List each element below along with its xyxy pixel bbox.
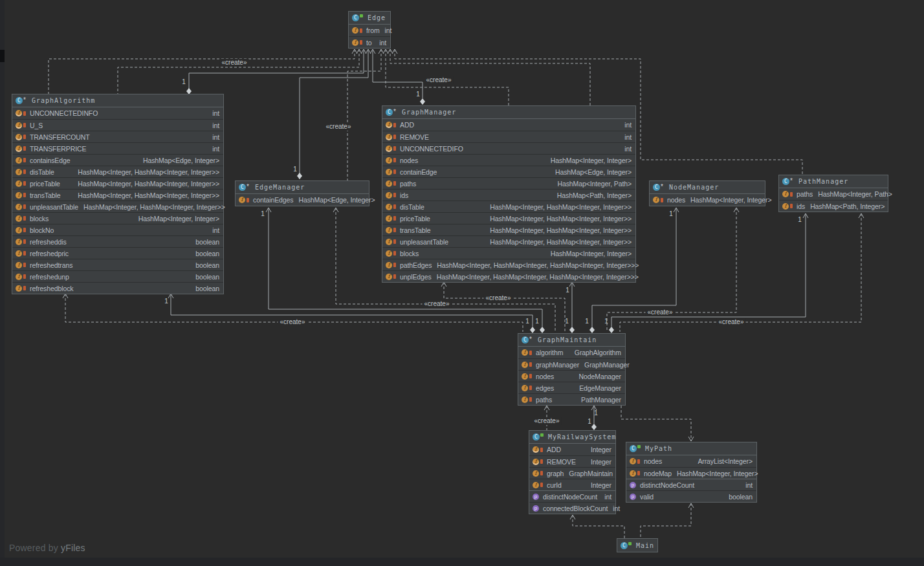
class-PathManager[interactable]: PathManager paths HashMap<Integer, Path>…	[778, 175, 888, 212]
field-row[interactable]: containsEdge HashMap<Edge, Integer>	[12, 154, 223, 166]
field-row[interactable]: blocks HashMap<Integer, Integer>	[12, 212, 223, 224]
field-row[interactable]: algorithm GraphAlgorithm	[518, 347, 625, 358]
field-row[interactable]: paths HashMap<Integer, Path>	[779, 188, 888, 200]
field-row[interactable]: from int	[349, 25, 390, 36]
field-row[interactable]: paths PathManager	[518, 393, 625, 405]
field-row[interactable]: refreshedunp boolean	[12, 270, 223, 282]
field-row[interactable]: paths HashMap<Integer, Path>	[382, 177, 635, 189]
class-GraphManager[interactable]: GraphManager ADD int REMOVE int UNCONNEC…	[382, 105, 636, 283]
field-row[interactable]: unplEdges HashMap<Integer, HashMap<Integ…	[382, 270, 635, 282]
field-row[interactable]: REMOVE int	[382, 131, 635, 142]
class-header[interactable]: GraphMaintain	[518, 334, 625, 347]
field-row[interactable]: refreshedblock boolean	[12, 282, 223, 294]
field-icon	[16, 239, 26, 245]
field-row[interactable]: blocks HashMap<Integer, Integer>	[382, 247, 635, 259]
class-icon	[352, 14, 363, 21]
field-row[interactable]: curId Integer	[529, 479, 615, 490]
visibility-marker-icon	[790, 192, 793, 197]
field-icon	[782, 191, 793, 197]
visibility-marker-icon	[23, 204, 26, 209]
field-icon	[653, 197, 663, 203]
field-row[interactable]: ids HashMap<Path, Integer>	[382, 189, 635, 201]
uml-diagram-canvas: Powered by yFiles Edge from int to int G…	[0, 0, 924, 566]
field-name: disTable	[30, 168, 54, 176]
field-row[interactable]: ADD Integer	[529, 444, 615, 455]
field-row[interactable]: disTable HashMap<Integer, HashMap<Intege…	[12, 166, 223, 177]
field-row[interactable]: refreshedpric boolean	[12, 247, 223, 259]
field-row[interactable]: nodes NodeManager	[518, 370, 625, 382]
field-row[interactable]: to int	[349, 36, 390, 48]
class-header[interactable]: EdgeManager	[236, 181, 369, 194]
class-header[interactable]: NodeManager	[650, 181, 765, 194]
field-type: int	[374, 39, 386, 47]
class-GraphMaintain[interactable]: GraphMaintain algorithm GraphAlgorithm g…	[518, 333, 626, 406]
class-header[interactable]: MyPath	[626, 442, 756, 455]
field-row[interactable]: ids HashMap<Path, Integer>	[779, 200, 888, 212]
field-row[interactable]: connectedBlockCount int	[529, 502, 615, 514]
field-row[interactable]: TRANSFERCOUNT int	[12, 131, 223, 142]
field-row[interactable]: UNCONNECTEDINFO int	[12, 107, 223, 119]
field-row[interactable]: ADD int	[382, 119, 635, 131]
field-row[interactable]: blockNo int	[12, 224, 223, 235]
class-header[interactable]: GraphManager	[382, 106, 635, 119]
field-row[interactable]: distinctNodeCount int	[626, 479, 756, 490]
field-row[interactable]: containEdges HashMap<Edge, Integer>	[236, 194, 369, 206]
field-row[interactable]: unpleasantTable HashMap<Integer, HashMap…	[12, 201, 223, 212]
class-header[interactable]: GraphAlgorithm	[12, 94, 223, 107]
field-row[interactable]: disTable HashMap<Integer, HashMap<Intege…	[382, 201, 635, 212]
class-title: Main	[636, 542, 654, 549]
field-row[interactable]: nodes HashMap<Integer, Integer>	[650, 194, 765, 206]
class-NodeManager[interactable]: NodeManager nodes HashMap<Integer, Integ…	[649, 180, 765, 206]
field-name: blocks	[30, 215, 49, 223]
create-label: «create»	[484, 294, 513, 302]
field-row[interactable]: containEdge HashMap<Edge, Integer>	[382, 166, 635, 177]
class-MyRailwaySystem[interactable]: MyRailwaySystem ADD Integer REMOVE Integ…	[529, 430, 616, 514]
field-row[interactable]: priceTable HashMap<Integer, HashMap<Inte…	[382, 212, 635, 224]
field-row[interactable]: U_S int	[12, 119, 223, 131]
field-row[interactable]: graph GraphMaintain	[529, 467, 615, 479]
field-row[interactable]: refresheddis boolean	[12, 235, 223, 247]
field-row[interactable]: nodes ArrayList<Integer>	[626, 455, 756, 467]
field-name: nodes	[667, 196, 685, 204]
field-row[interactable]: refreshedtrans boolean	[12, 259, 223, 270]
class-icon	[782, 178, 794, 185]
class-Edge[interactable]: Edge from int to int	[348, 11, 391, 49]
class-MyPath[interactable]: MyPath nodes ArrayList<Integer> nodeMap …	[626, 442, 757, 503]
field-icon	[533, 494, 539, 500]
field-row[interactable]: priceTable HashMap<Integer, HashMap<Inte…	[12, 177, 223, 189]
field-row[interactable]: graphManager GraphManager	[518, 358, 625, 370]
field-row[interactable]: unpleasantTable HashMap<Integer, HashMap…	[382, 235, 635, 247]
field-row[interactable]: TRANSFERPRICE int	[12, 142, 223, 154]
field-icon	[16, 204, 26, 210]
field-type: HashMap<Integer, Integer>	[685, 196, 771, 204]
field-name: priceTable	[400, 215, 430, 223]
class-EdgeManager[interactable]: EdgeManager containEdges HashMap<Edge, I…	[235, 180, 369, 206]
field-row[interactable]: transTable HashMap<Integer, HashMap<Inte…	[12, 189, 223, 201]
visibility-marker-icon	[393, 146, 396, 151]
field-row[interactable]: nodes HashMap<Integer, Integer>	[382, 154, 635, 166]
field-row[interactable]: nodeMap HashMap<Integer, Integer>	[626, 467, 756, 479]
yfiles-link[interactable]: yFiles	[61, 543, 85, 553]
class-header[interactable]: Main	[617, 539, 657, 552]
field-row[interactable]: UNCONNECTEDIFO int	[382, 142, 635, 154]
field-row[interactable]: valid boolean	[626, 490, 756, 502]
field-row[interactable]: edges EdgeManager	[518, 382, 625, 393]
class-header[interactable]: Edge	[349, 12, 390, 25]
class-header[interactable]: PathManager	[779, 175, 888, 188]
class-header[interactable]: MyRailwaySystem	[529, 431, 615, 444]
field-type: HashMap<Edge, Integer>	[550, 168, 632, 176]
class-GraphAlgorithm[interactable]: GraphAlgorithm UNCONNECTEDINFO int U_S i…	[12, 94, 224, 294]
class-Main[interactable]: Main	[617, 538, 658, 552]
field-icon	[533, 446, 543, 453]
field-row[interactable]: distinctNodeCount int	[529, 490, 615, 502]
class-marker-icon	[628, 542, 632, 545]
field-row[interactable]: pathEdges HashMap<Integer, HashMap<Integ…	[382, 259, 635, 270]
field-icon	[386, 250, 396, 257]
field-row[interactable]: REMOVE Integer	[529, 455, 615, 467]
visibility-marker-icon	[393, 228, 396, 232]
create-label: «create»	[278, 318, 307, 326]
field-icon	[630, 458, 640, 464]
field-icon	[630, 494, 636, 500]
connector	[444, 282, 565, 332]
field-row[interactable]: transTable HashMap<Integer, HashMap<Inte…	[382, 224, 635, 235]
